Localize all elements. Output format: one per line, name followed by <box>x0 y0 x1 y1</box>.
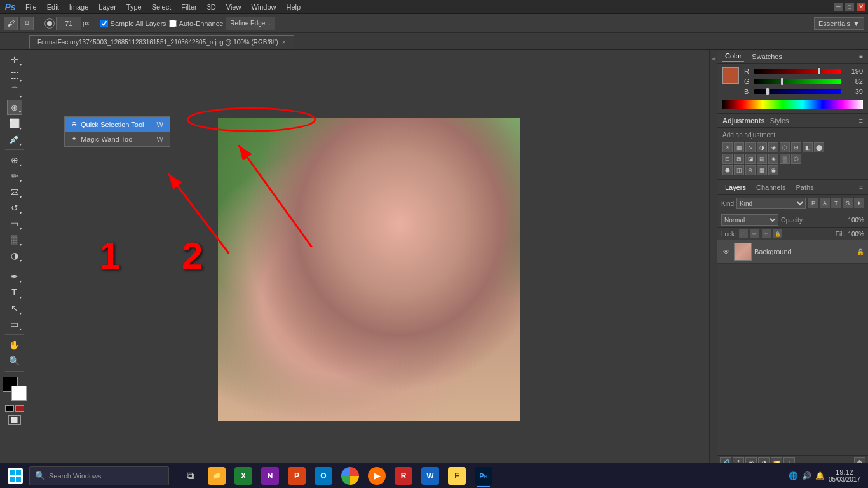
exposure-adj-icon[interactable]: ◑ <box>757 142 767 152</box>
canvas-document[interactable] <box>218 118 520 421</box>
clock-display[interactable]: 19.12 05/03/2017 <box>829 468 860 483</box>
lock-image-icon[interactable]: ✏ <box>750 229 759 238</box>
brush-size-input[interactable] <box>56 17 81 30</box>
vibrance-adj-icon[interactable]: ◈ <box>768 142 778 152</box>
start-button[interactable] <box>3 463 28 489</box>
red-slider[interactable] <box>754 69 841 74</box>
tab-close-btn[interactable]: × <box>282 39 286 46</box>
taskbar-files[interactable]: F <box>444 463 470 489</box>
taskbar-photoshop[interactable]: Ps <box>471 463 496 489</box>
context-menu-quick-selection[interactable]: ⊕ Quick Selection Tool W <box>65 117 170 132</box>
curves-adj-icon[interactable]: ∿ <box>745 142 756 152</box>
taskbar-vlc[interactable]: ▶ <box>364 463 390 489</box>
layers-panel-menu[interactable]: ≡ <box>859 184 863 191</box>
panel-collapse-strip[interactable]: ◀ <box>710 50 717 470</box>
channels-tab[interactable]: Channels <box>754 182 788 193</box>
lock-all-icon[interactable]: 🔒 <box>773 229 782 238</box>
kind-filter-dropdown[interactable]: Kind <box>736 198 806 209</box>
notification-tray-icon[interactable]: 🔔 <box>815 471 825 480</box>
background-layer-item[interactable]: 👁 Background 🔒 <box>717 240 868 264</box>
taskbar-search[interactable]: 🔍 Search Windows <box>29 466 169 485</box>
essentials-dropdown[interactable]: Essentials ▼ <box>814 17 864 30</box>
color-balance-adj-icon[interactable]: ⊞ <box>791 142 801 152</box>
gradient-tool[interactable]: ▒▾ <box>7 232 22 247</box>
menu-3d[interactable]: 3D <box>202 2 221 12</box>
menu-select[interactable]: Select <box>147 2 177 12</box>
levels-adj-icon[interactable]: ▦ <box>734 142 744 152</box>
adj-icon-8[interactable]: ⬣ <box>722 165 733 175</box>
refine-edge-btn[interactable]: Refine Edge... <box>226 17 275 30</box>
photo-filter-adj-icon[interactable]: ⬤ <box>814 142 824 152</box>
green-slider[interactable] <box>754 79 841 84</box>
move-tool[interactable]: ✛▾ <box>7 52 22 67</box>
eyedropper-tool[interactable]: 💉▾ <box>7 132 22 147</box>
clone-stamp-tool[interactable]: 🖂▾ <box>7 184 22 200</box>
zoom-tool[interactable]: 🔍 <box>7 353 22 369</box>
filter-smart[interactable]: ✦ <box>854 198 864 208</box>
menu-help[interactable]: Help <box>281 2 306 12</box>
taskbar-outlook[interactable]: O <box>311 463 336 489</box>
menu-layer[interactable]: Layer <box>93 2 121 12</box>
path-selection-tool[interactable]: ↖▾ <box>7 301 22 316</box>
hand-tool[interactable]: ✋ <box>7 337 22 353</box>
quick-mask-off[interactable] <box>5 405 14 412</box>
quick-mask-on[interactable] <box>15 405 24 412</box>
color-panel-menu[interactable]: ≡ <box>859 53 863 60</box>
color-tab[interactable]: Color <box>722 51 744 62</box>
menu-view[interactable]: View <box>221 2 247 12</box>
eraser-tool[interactable]: ▭▾ <box>7 216 22 231</box>
swatches-tab[interactable]: Swatches <box>749 51 785 62</box>
taskbar-chrome[interactable] <box>337 463 363 489</box>
healing-brush-tool[interactable]: ⊕▾ <box>7 152 22 168</box>
tool-options-btn[interactable]: 🖌 <box>4 17 18 30</box>
color-swatch[interactable] <box>722 67 739 84</box>
adj-icon-11[interactable]: ▦ <box>757 165 767 175</box>
invert-adj-icon[interactable]: ◪ <box>745 154 756 164</box>
minimize-btn[interactable]: ─ <box>834 3 843 11</box>
taskbar-powerpoint[interactable]: P <box>284 463 309 489</box>
color-lookup-adj-icon[interactable]: ⊠ <box>734 154 744 164</box>
layers-tab[interactable]: Layers <box>722 182 749 193</box>
context-menu-magic-wand[interactable]: ✦ Magic Wand Tool W <box>65 132 170 146</box>
network-tray-icon[interactable]: 🌐 <box>789 471 798 480</box>
close-btn[interactable]: ✕ <box>857 3 865 11</box>
channel-mixer-adj-icon[interactable]: ⊟ <box>722 154 733 164</box>
taskbar-app-ruby[interactable]: R <box>391 463 416 489</box>
dodge-tool[interactable]: ◑▾ <box>7 248 22 263</box>
menu-edit[interactable]: Edit <box>42 2 64 12</box>
menu-file[interactable]: File <box>20 2 42 12</box>
volume-tray-icon[interactable]: 🔊 <box>802 471 811 480</box>
hue-sat-adj-icon[interactable]: ⬡ <box>780 142 790 152</box>
blend-mode-dropdown[interactable]: Normal <box>721 214 778 226</box>
filter-type[interactable]: T <box>831 198 841 208</box>
history-brush-tool[interactable]: ↺▾ <box>7 200 22 215</box>
rectangular-marquee-tool[interactable]: ▾ <box>7 68 22 83</box>
bw-adj-icon[interactable]: ◧ <box>803 142 813 152</box>
adj-icon-12[interactable]: ◉ <box>768 165 778 175</box>
shape-tool[interactable]: ▭▾ <box>7 316 22 332</box>
canvas-area[interactable]: ⊕ Quick Selection Tool W ✦ Magic Wand To… <box>29 50 709 470</box>
pen-tool[interactable]: ✒▾ <box>7 269 22 284</box>
taskbar-word[interactable]: W <box>417 463 443 489</box>
screen-mode-btn[interactable]: ⬜ <box>8 415 21 425</box>
menu-window[interactable]: Window <box>246 2 281 12</box>
tool-preset-btn[interactable]: ⚙ <box>20 17 34 30</box>
sample-all-layers-check[interactable]: Sample All Layers <box>100 20 166 27</box>
task-view-btn[interactable]: ⧉ <box>177 463 203 489</box>
taskbar-file-explorer[interactable]: 📁 <box>204 463 229 489</box>
restore-btn[interactable]: □ <box>845 3 854 11</box>
lock-position-icon[interactable]: ✛ <box>762 229 771 238</box>
blue-slider[interactable] <box>754 89 841 94</box>
background-color[interactable] <box>11 386 27 401</box>
menu-filter[interactable]: Filter <box>176 2 201 12</box>
filter-shape[interactable]: S <box>843 198 853 208</box>
layer-visibility-eye[interactable]: 👁 <box>721 247 731 257</box>
lasso-tool[interactable]: ⌒▾ <box>7 84 22 99</box>
color-spectrum-bar[interactable] <box>722 100 863 109</box>
gradient-map-adj-icon[interactable]: ▒ <box>780 154 790 164</box>
filter-pixel[interactable]: P <box>808 198 818 208</box>
brush-tool[interactable]: ✏▾ <box>7 168 22 184</box>
panel-expand[interactable]: ≡ <box>859 117 863 125</box>
selective-color-adj-icon[interactable]: ⬡ <box>791 154 801 164</box>
taskbar-onenote[interactable]: N <box>257 463 283 489</box>
